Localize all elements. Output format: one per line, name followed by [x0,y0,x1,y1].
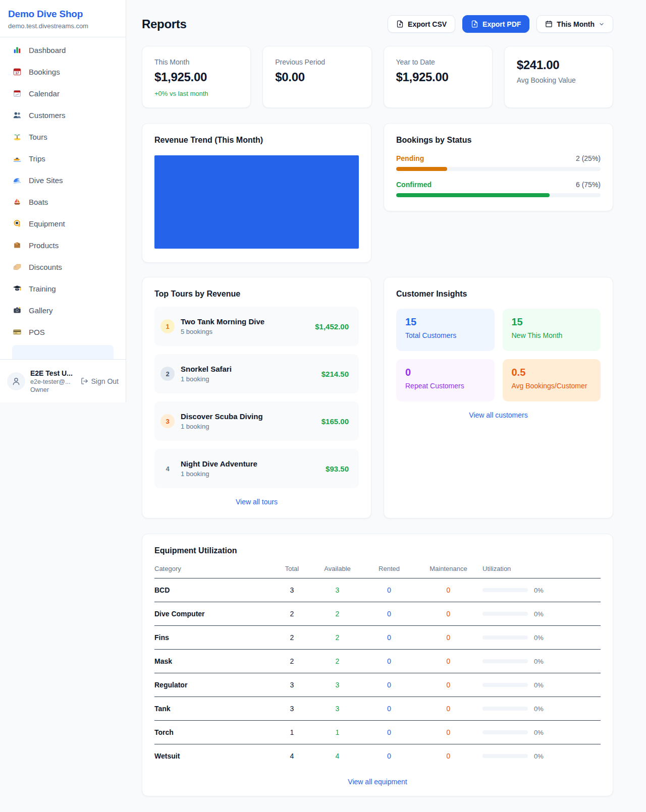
sidebar-item-reports-active[interactable] [12,345,114,359]
equip-utilization: 0% [482,650,601,673]
period-select[interactable]: This Month [536,15,613,33]
utilization-bar [482,707,528,711]
stat-card-year-to-date: Year to Date $1,925.00 [384,46,493,108]
rank-badge: 1 [160,319,175,333]
view-all-customers-link[interactable]: View all customers [396,411,601,419]
sidebar-item-bookings[interactable]: 17Bookings [6,63,120,80]
tour-bookings: 1 booking [181,423,321,430]
svg-text:17: 17 [15,71,19,75]
customer-insights-card: Customer Insights 15Total Customers15New… [384,277,613,518]
equip-rented: 0 [364,744,414,768]
utilization-percent: 0% [534,587,544,594]
utilization-percent: 0% [534,705,544,713]
equip-maintenance: 0 [414,650,482,673]
stat-label: Year to Date [396,58,480,66]
export-pdf-button[interactable]: Export PDF [462,15,529,33]
insight-label: Total Customers [405,331,486,339]
stat-value: $1,925.00 [154,70,238,84]
sidebar-item-gallery[interactable]: Gallery [6,302,120,319]
equipment-header-row: Category Total Available Rented Maintena… [154,562,601,578]
user-email: e2e-tester@... [30,378,76,385]
equip-utilization: 0% [482,673,601,697]
equip-total: 3 [273,697,311,721]
equip-available: 2 [311,650,364,673]
insight-value: 0.5 [512,367,592,378]
tour-name: Two Tank Morning Dive [181,317,315,326]
equipment-row-tank: Tank33000% [154,697,601,721]
insight-value: 15 [405,316,486,328]
sidebar-item-boats[interactable]: Boats [6,193,120,210]
top-tours-title: Top Tours by Revenue [154,289,359,299]
utilization-percent: 0% [534,681,544,689]
tour-revenue: $93.50 [326,465,349,473]
tour-bookings: 5 bookings [181,328,315,335]
equipment-utilization-title: Equipment Utilization [154,546,601,555]
utilization-percent: 0% [534,752,544,760]
dashboard-icon [12,45,22,55]
sidebar-item-pos[interactable]: POS [6,323,120,340]
rank-badge: 4 [160,461,175,476]
equip-available: 1 [311,721,364,744]
sidebar-item-equipment[interactable]: Equipment [6,215,120,232]
sidebar-item-label: Gallery [29,306,53,315]
bookings-by-status-title: Bookings by Status [396,136,601,145]
rank-badge: 2 [160,367,175,381]
customers-icon [12,110,22,120]
page-title: Reports [142,17,187,31]
tour-row: 4Night Dive Adventure1 booking$93.50 [154,449,359,488]
sidebar-item-discounts[interactable]: Discounts [6,258,120,275]
equip-maintenance: 0 [414,578,482,602]
shop-name[interactable]: Demo Dive Shop [8,9,118,20]
tour-name: Snorkel Safari [181,365,321,373]
insight-tile-avg-bookings-customer: 0.5Avg Bookings/Customer [503,359,601,401]
tour-info: Night Dive Adventure1 booking [181,459,326,478]
revenue-trend-card: Revenue Trend (This Month) [142,123,371,263]
sign-out-button[interactable]: Sign Out [81,377,119,385]
sidebar-item-products[interactable]: Products [6,237,120,254]
sidebar-header: Demo Dive Shop demo.test.divestreams.com [0,0,126,37]
view-all-tours-link[interactable]: View all tours [154,498,359,506]
export-csv-button[interactable]: Export CSV [388,15,455,33]
sidebar-item-trips[interactable]: Trips [6,150,120,167]
sidebar-item-calendar[interactable]: Calendar [6,85,120,102]
sidebar-item-customers[interactable]: Customers [6,106,120,124]
equip-total: 3 [273,578,311,602]
sidebar-item-dashboard[interactable]: Dashboard [6,41,120,59]
equipment-row-bcd: BCD33000% [154,578,601,602]
equipment-utilization-card: Equipment Utilization Category Total Ava… [142,534,613,796]
sidebar-item-label: Dive Sites [29,176,63,185]
status-progress-fill [396,193,550,197]
status-rows: Pending2 (25%)Confirmed6 (75%) [396,154,601,197]
status-row-pending: Pending2 (25%) [396,154,601,171]
equip-rented: 0 [364,626,414,650]
equip-available: 2 [311,626,364,650]
utilization-bar [482,683,528,687]
sidebar-item-label: Dashboard [29,46,66,54]
header-actions: Export CSV Export PDF This Month [388,15,613,33]
stat-value: $0.00 [275,70,359,84]
utilization-bar [482,612,528,616]
sidebar-item-tours[interactable]: Tours [6,128,120,145]
tours-icon [12,132,22,142]
equip-rented: 0 [364,602,414,626]
stat-card-this-month: This Month $1,925.00 +0% vs last month [142,46,251,108]
equip-maintenance: 0 [414,602,482,626]
stats-row: This Month $1,925.00 +0% vs last month P… [142,46,613,108]
tour-info: Snorkel Safari1 booking [181,365,321,383]
equip-maintenance: 0 [414,673,482,697]
sidebar-item-dive-sites[interactable]: Dive Sites [6,171,120,189]
status-progress-fill [396,167,447,171]
tour-revenue: $1,452.00 [315,322,349,331]
sidebar-item-training[interactable]: Training [6,280,120,297]
stat-card-previous-period: Previous Period $0.00 [262,46,371,108]
equipment-table: Category Total Available Rented Maintena… [154,562,601,768]
boats-icon [12,197,22,207]
col-available: Available [311,562,364,578]
equip-utilization: 0% [482,697,601,721]
col-category: Category [154,562,273,578]
tour-row: 2Snorkel Safari1 booking$214.50 [154,354,359,393]
view-all-equipment-link[interactable]: View all equipment [154,778,601,786]
equip-rented: 0 [364,697,414,721]
rank-badge: 3 [160,414,175,428]
equip-utilization: 0% [482,578,601,602]
